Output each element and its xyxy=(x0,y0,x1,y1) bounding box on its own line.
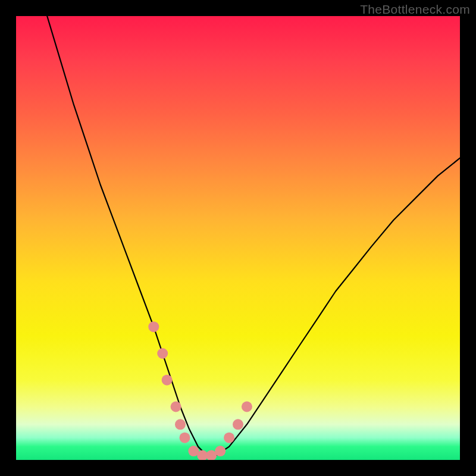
highlight-dot xyxy=(215,446,226,456)
highlight-dot xyxy=(242,402,252,412)
highlight-dot xyxy=(157,348,168,359)
curve-svg xyxy=(16,16,460,460)
highlight-dot xyxy=(148,321,159,332)
watermark-text: TheBottleneck.com xyxy=(360,2,470,17)
highlight-dot xyxy=(162,375,173,386)
highlight-dots xyxy=(148,321,252,460)
bottleneck-curve xyxy=(47,16,460,456)
highlight-dot xyxy=(175,419,186,430)
highlight-dot xyxy=(171,402,181,412)
highlight-dot xyxy=(233,419,243,430)
plot-area xyxy=(16,16,460,460)
highlight-dot xyxy=(180,433,190,443)
highlight-dot xyxy=(224,433,234,443)
chart-stage: TheBottleneck.com xyxy=(0,0,476,476)
